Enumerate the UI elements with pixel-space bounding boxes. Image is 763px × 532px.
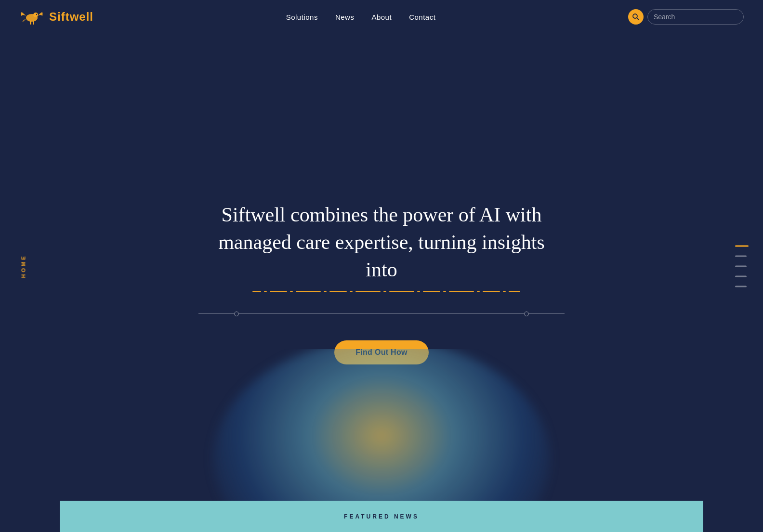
hero-text: Siftwell combines the power of AI with m… bbox=[213, 201, 550, 292]
navbar: Siftwell Solutions News About Contact bbox=[0, 0, 763, 34]
hero-title: Siftwell combines the power of AI with m… bbox=[213, 201, 550, 283]
svg-line-6 bbox=[637, 18, 639, 20]
featured-news-bar: FEATURED NEWS bbox=[60, 501, 704, 532]
hero-section: Siftwell combines the power of AI with m… bbox=[0, 0, 763, 532]
logo-icon bbox=[19, 6, 44, 27]
hero-dashes bbox=[213, 291, 560, 292]
nav-news[interactable]: News bbox=[335, 13, 355, 21]
search-icon[interactable] bbox=[628, 9, 644, 25]
hero-title-line1: Siftwell combines the power of AI with bbox=[222, 204, 542, 226]
logo-area[interactable]: Siftwell bbox=[19, 6, 93, 27]
timeline-line-center bbox=[239, 313, 524, 314]
svg-point-4 bbox=[36, 14, 37, 15]
featured-news-label: FEATURED NEWS bbox=[344, 513, 419, 520]
svg-rect-3 bbox=[33, 21, 34, 25]
svg-point-1 bbox=[33, 13, 38, 17]
hero-timeline bbox=[198, 311, 565, 316]
svg-rect-2 bbox=[30, 21, 31, 25]
cta-button[interactable]: Find Out How bbox=[334, 340, 429, 364]
nav-solutions[interactable]: Solutions bbox=[286, 13, 318, 21]
nav-links: Solutions News About Contact bbox=[286, 13, 436, 21]
brand-name: Siftwell bbox=[49, 10, 93, 24]
nav-contact[interactable]: Contact bbox=[409, 13, 435, 21]
timeline-dot-left bbox=[234, 311, 239, 316]
hero-title-line2: managed care expertise, turning insights… bbox=[218, 231, 545, 281]
timeline-line-left bbox=[198, 313, 234, 314]
timeline-line-right bbox=[529, 313, 565, 314]
search-area bbox=[628, 9, 744, 25]
nav-about[interactable]: About bbox=[371, 13, 392, 21]
search-input[interactable] bbox=[647, 9, 744, 25]
timeline-dot-right bbox=[524, 311, 529, 316]
